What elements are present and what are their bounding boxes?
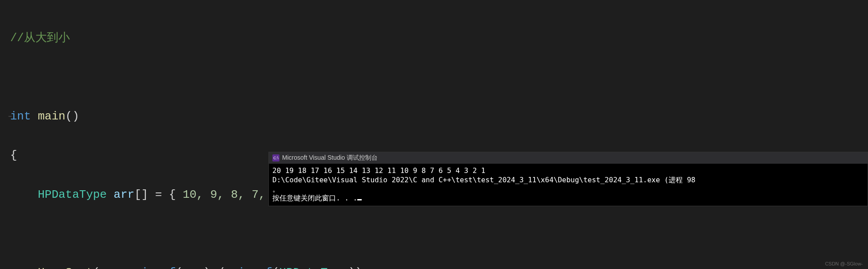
code-line: //从大到小 <box>0 28 868 48</box>
sizeof-type-arg: HPDataType <box>279 266 348 269</box>
paren-open: ( <box>272 266 279 269</box>
code-line <box>0 224 868 243</box>
paren-close: )); <box>348 266 369 269</box>
console-titlebar[interactable]: C:\ Microsoft Visual Studio 调试控制台 <box>269 152 868 164</box>
output-line: D:\Code\Gitee\Visual Studio 2022\C and C… <box>272 176 696 184</box>
keyword-int: int <box>10 110 31 123</box>
console-title: Microsoft Visual Studio 调试控制台 <box>282 154 378 162</box>
code-line: -int main() <box>0 107 868 126</box>
brace-open: { <box>10 149 17 162</box>
output-line: 按任意键关闭此窗口. . . <box>272 194 357 202</box>
comma: , <box>121 266 134 269</box>
function-heapsort: HeapSort <box>38 266 93 269</box>
sizeof-arg: arr <box>183 266 203 269</box>
console-output: 20 19 18 17 16 15 14 13 12 11 10 9 8 7 6… <box>269 164 868 206</box>
comment-text: //从大到小 <box>10 31 70 45</box>
brackets: [] <box>134 188 148 201</box>
watermark-text: CSDN @-SGlow- <box>825 261 863 266</box>
paren-open: ( <box>93 266 100 269</box>
paren-close: ) <box>203 266 210 269</box>
cursor-icon <box>357 199 362 200</box>
code-line <box>0 68 868 87</box>
type-hpdatatype: HPDataType <box>38 188 107 201</box>
code-editor[interactable]: //从大到小 -int main() { HPDataType arr[] = … <box>0 0 868 269</box>
function-main: main <box>38 110 65 123</box>
arr-open: { <box>169 188 183 201</box>
equals: = <box>148 188 169 201</box>
paren-open: ( <box>176 266 183 269</box>
arg-arr: arr <box>100 266 121 269</box>
vs-console-icon: C:\ <box>272 154 279 161</box>
keyword-sizeof: sizeof <box>231 266 272 269</box>
debug-console-window[interactable]: C:\ Microsoft Visual Studio 调试控制台 20 19 … <box>268 152 868 206</box>
output-line: 。 <box>272 185 279 193</box>
keyword-sizeof: sizeof <box>134 266 176 269</box>
code-line: HeapSort(arr, sizeof(arr) / sizeof(HPDat… <box>0 263 868 269</box>
output-line: 20 19 18 17 16 15 14 13 12 11 10 9 8 7 6… <box>272 166 486 175</box>
divide: / <box>210 266 231 269</box>
parens: () <box>65 110 79 123</box>
var-arr: arr <box>114 188 134 201</box>
